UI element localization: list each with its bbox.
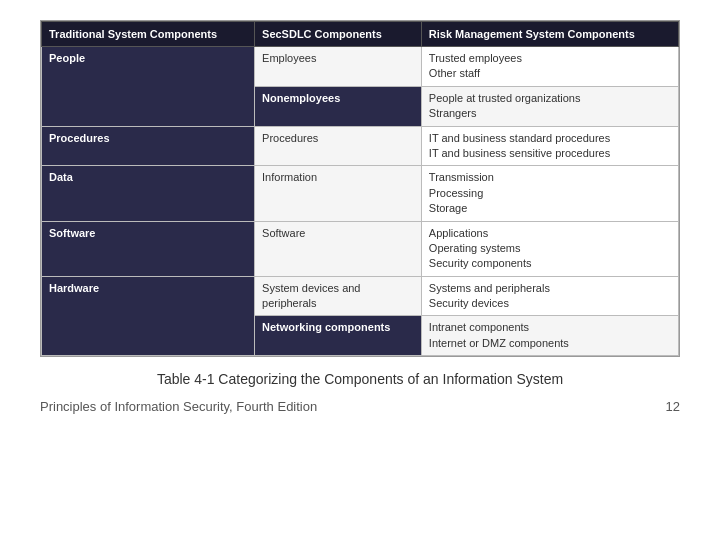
risk-procedures: IT and business standard proceduresIT an… [421,126,678,166]
secsdlc-information: Information [255,166,422,221]
secsdlc-hardware-devices: System devices andperipherals [255,276,422,316]
header-traditional: Traditional System Components [42,22,255,47]
category-people: People [42,47,255,127]
table-row: Hardware System devices andperipherals S… [42,276,679,316]
category-data: Data [42,166,255,221]
table-row: Software Software ApplicationsOperating … [42,221,679,276]
table-row: Data Information TransmissionProcessingS… [42,166,679,221]
footer: Principles of Information Security, Four… [40,399,680,414]
category-software: Software [42,221,255,276]
components-table: Traditional System Components SecSDLC Co… [41,21,679,356]
footer-left: Principles of Information Security, Four… [40,399,317,414]
category-procedures: Procedures [42,126,255,166]
table-row: People Employees Trusted employeesOther … [42,47,679,87]
risk-nonemployees: People at trusted organizationsStrangers [421,86,678,126]
risk-trusted-employees: Trusted employeesOther staff [421,47,678,87]
secsdlc-software: Software [255,221,422,276]
risk-hardware: Systems and peripheralsSecurity devices [421,276,678,316]
table-row: Procedures Procedures IT and business st… [42,126,679,166]
category-hardware: Hardware [42,276,255,356]
header-secsdlc: SecSDLC Components [255,22,422,47]
risk-networking: Intranet componentsInternet or DMZ compo… [421,316,678,356]
secsdlc-networking: Networking components [255,316,422,356]
secsdlc-nonemployees: Nonemployees [255,86,422,126]
secsdlc-procedures: Procedures [255,126,422,166]
footer-page-number: 12 [666,399,680,414]
main-table-container: Traditional System Components SecSDLC Co… [40,20,680,357]
risk-software: ApplicationsOperating systemsSecurity co… [421,221,678,276]
table-caption: Table 4-1 Categorizing the Components of… [157,371,563,387]
secsdlc-employees: Employees [255,47,422,87]
header-risk: Risk Management System Components [421,22,678,47]
risk-data: TransmissionProcessingStorage [421,166,678,221]
